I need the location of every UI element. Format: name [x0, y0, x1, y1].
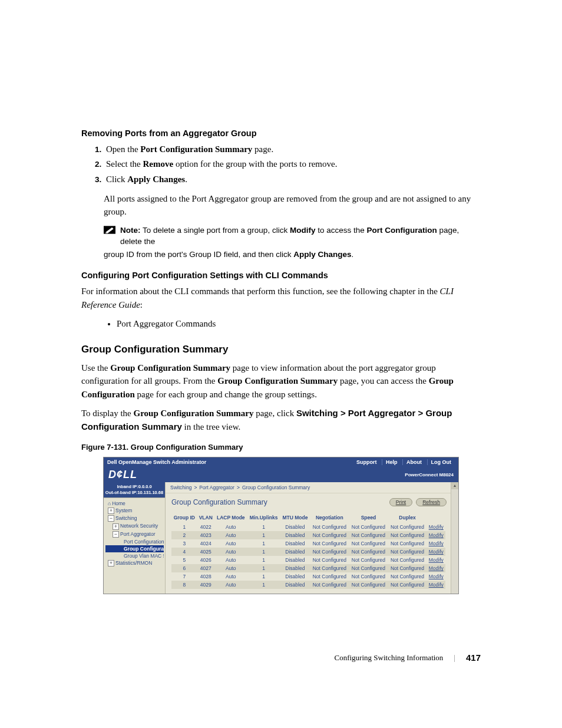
nav-help[interactable]: Help — [382, 459, 401, 465]
page-title: Group Configuration Summary — [171, 498, 386, 506]
tree-item-label: System — [115, 508, 132, 513]
cell: 5 — [171, 556, 197, 564]
tree-item[interactable]: −Port Aggregator — [105, 531, 164, 538]
cell: Not Configured — [349, 548, 388, 556]
footer-page-number: 417 — [466, 653, 481, 663]
tree-item[interactable]: −Switching — [105, 515, 164, 522]
step-3-body: All ports assigned to the Port Aggregato… — [104, 192, 481, 219]
table-row: 64027Auto1DisabledNot ConfiguredNot Conf… — [171, 564, 445, 572]
oob-ip: Out-of-band IP:10.131.10.68 — [104, 490, 165, 496]
expander-icon[interactable]: + — [108, 508, 114, 514]
crumb-switching[interactable]: Switching — [170, 485, 191, 490]
table-row: 34024Auto1DisabledNot ConfiguredNot Conf… — [171, 539, 445, 548]
step-1-pre: Open the — [106, 144, 140, 154]
heading-cli: Configuring Port Configuration Settings … — [81, 271, 481, 280]
tree-item[interactable]: +Statistics/RMON — [105, 559, 164, 567]
note-cont1: group ID from the port's Group ID field,… — [104, 250, 293, 259]
refresh-button[interactable]: Refresh — [416, 498, 447, 506]
modify-link[interactable]: Modify — [427, 523, 445, 531]
crumb-port-aggregator[interactable]: Port Aggregator — [199, 485, 234, 490]
step-2-bold: Remove — [143, 159, 173, 169]
group-config-table: Group ID VLAN LACP Mode Min.Uplinks MTU … — [171, 512, 445, 589]
cell: Not Configured — [388, 531, 427, 539]
cell: Disabled — [280, 572, 310, 581]
modify-link[interactable]: Modify — [427, 556, 445, 564]
step-2-suf: option for the group with the ports to r… — [173, 159, 337, 169]
cell: Auto — [214, 531, 247, 539]
cell: Auto — [214, 564, 247, 572]
tree-item-label: Port Aggregator — [120, 531, 156, 537]
nav-support[interactable]: Support — [353, 459, 381, 465]
t: page for each group and change the group… — [135, 390, 317, 399]
gcs-para-2: To display the Group Configuration Summa… — [81, 407, 481, 433]
expander-icon[interactable]: + — [108, 560, 114, 566]
tree-item-label: Group Configurati — [124, 546, 164, 552]
note-t1: To delete a single port from a group, cl… — [141, 226, 290, 235]
modify-link[interactable]: Modify — [427, 548, 445, 556]
t: Group Configuration Summary — [110, 363, 230, 373]
modify-link[interactable]: Modify — [427, 572, 445, 581]
cell: 1 — [171, 523, 197, 531]
nav-logout[interactable]: Log Out — [427, 459, 455, 465]
cell: 1 — [247, 581, 280, 589]
note-cont2: . — [352, 250, 354, 259]
tree-item[interactable]: +Network Security — [105, 522, 164, 530]
expander-icon[interactable]: − — [113, 531, 119, 538]
cell: 8 — [171, 581, 197, 589]
t: Use the — [81, 363, 110, 373]
note-b1: Modify — [290, 226, 316, 235]
nav-about[interactable]: About — [402, 459, 425, 465]
tree-item[interactable]: +System — [105, 507, 164, 515]
main-panel: ▴ Switching > Port Aggregator > Group Co… — [166, 482, 458, 594]
cell: 4029 — [197, 581, 214, 589]
cell: Not Configured — [310, 531, 349, 539]
tree-item[interactable]: Group Configurati — [105, 545, 164, 552]
tree-item-label: Group Vlan MAC Su — [124, 553, 164, 559]
note-b3: Apply Changes — [293, 250, 351, 259]
t: page, you can access the — [338, 376, 429, 386]
step-1-bold: Port Configuration Summary — [140, 144, 252, 154]
cell: 1 — [247, 556, 280, 564]
tree-item-label: Home — [112, 500, 125, 506]
tree-item-label: Switching — [115, 515, 137, 521]
cli-para: For information about the CLI commands t… — [81, 285, 481, 311]
t: in the tree view. — [182, 422, 240, 431]
breadcrumb: Switching > Port Aggregator > Group Conf… — [166, 482, 458, 493]
cell: 7 — [171, 572, 197, 581]
cell: 4022 — [197, 523, 214, 531]
col-min-uplinks: Min.Uplinks — [247, 512, 280, 523]
scrollbar[interactable]: ▴ — [451, 482, 458, 594]
table-row: 24023Auto1DisabledNot ConfiguredNot Conf… — [171, 531, 445, 539]
modify-link[interactable]: Modify — [427, 564, 445, 572]
cell: 1 — [247, 523, 280, 531]
cell: Not Configured — [388, 581, 427, 589]
col-duplex: Duplex — [388, 512, 427, 523]
ip-box: Inband IP:0.0.0.0 Out-of-band IP:10.131.… — [104, 482, 165, 498]
heading-removing-ports: Removing Ports from an Aggregator Group — [81, 129, 481, 138]
scroll-up-icon[interactable]: ▴ — [451, 482, 458, 489]
expander-icon[interactable]: + — [113, 523, 119, 530]
cell: 4 — [171, 548, 197, 556]
tree-item[interactable]: Group Vlan MAC Su — [105, 552, 164, 559]
step-3: Click Apply Changes. — [104, 173, 481, 186]
col-vlan: VLAN — [197, 512, 214, 523]
cli-para-post: : — [140, 300, 143, 309]
crumb-group-config-summary[interactable]: Group Configuration Summary — [242, 485, 310, 490]
modify-link[interactable]: Modify — [427, 581, 445, 589]
cell: Not Configured — [388, 556, 427, 564]
expander-icon[interactable]: − — [108, 515, 114, 522]
modify-link[interactable]: Modify — [427, 539, 445, 548]
nav-tree: ⌂Home+System−Switching+Network Security−… — [104, 498, 165, 571]
cell: Not Configured — [388, 539, 427, 548]
cell: Disabled — [280, 523, 310, 531]
cell: 4023 — [197, 531, 214, 539]
inband-ip: Inband IP:0.0.0.0 — [104, 484, 165, 490]
cell: Auto — [214, 539, 247, 548]
t: page, click — [253, 409, 296, 418]
print-button[interactable]: Print — [389, 498, 412, 506]
window-titlebar: Dell OpenManage Switch Administrator Sup… — [104, 457, 458, 467]
footer-separator: | — [454, 653, 455, 663]
modify-link[interactable]: Modify — [427, 531, 445, 539]
tree-item[interactable]: Port Configuration S — [105, 538, 164, 545]
tree-item[interactable]: ⌂Home — [105, 500, 164, 507]
